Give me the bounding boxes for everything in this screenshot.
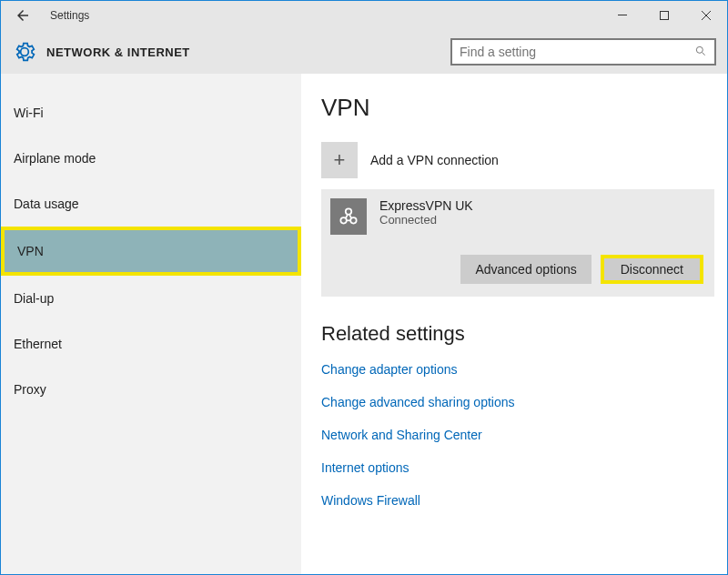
- close-icon: [702, 11, 711, 20]
- svg-point-2: [696, 46, 703, 53]
- sidebar: Wi-Fi Airplane mode Data usage VPN Dial-…: [1, 74, 301, 574]
- titlebar: Settings: [1, 1, 727, 30]
- sidebar-item-label: Wi-Fi: [14, 106, 44, 120]
- search-container: [450, 38, 716, 66]
- sidebar-item-airplane-mode[interactable]: Airplane mode: [1, 136, 301, 181]
- add-vpn-connection[interactable]: + Add a VPN connection: [321, 142, 714, 178]
- svg-line-8: [349, 215, 351, 218]
- vpn-info: ExpressVPN UK Connected: [379, 198, 473, 227]
- minimize-button[interactable]: [602, 1, 643, 30]
- link-network-sharing-center[interactable]: Network and Sharing Center: [321, 428, 714, 442]
- window-title: Settings: [45, 9, 602, 22]
- page-title: VPN: [321, 94, 714, 122]
- vpn-status: Connected: [379, 213, 473, 227]
- svg-line-3: [703, 52, 705, 55]
- window-controls: [602, 1, 727, 30]
- back-button[interactable]: [1, 1, 45, 30]
- svg-point-6: [346, 208, 352, 215]
- link-internet-options[interactable]: Internet options: [321, 460, 714, 475]
- vpn-name: ExpressVPN UK: [379, 198, 473, 213]
- gear-icon: [12, 39, 37, 65]
- add-vpn-label: Add a VPN connection: [370, 153, 499, 167]
- sidebar-item-label: Airplane mode: [14, 151, 96, 166]
- sidebar-item-label: VPN: [17, 244, 44, 258]
- vpn-connection-card[interactable]: ExpressVPN UK Connected Advanced options…: [321, 189, 714, 297]
- search-input[interactable]: [460, 45, 694, 59]
- vpn-icon: [330, 198, 367, 235]
- body: Wi-Fi Airplane mode Data usage VPN Dial-…: [1, 74, 727, 574]
- sidebar-item-label: Ethernet: [14, 337, 62, 351]
- link-change-advanced-sharing[interactable]: Change advanced sharing options: [321, 395, 714, 409]
- vpn-actions: Advanced options Disconnect: [330, 255, 703, 284]
- vpn-connection-row: ExpressVPN UK Connected: [330, 198, 703, 235]
- svg-rect-1: [661, 11, 669, 19]
- header: NETWORK & INTERNET: [1, 30, 727, 74]
- content: VPN + Add a VPN connection ExpressVPN UK…: [301, 74, 727, 574]
- search-box[interactable]: [450, 38, 716, 66]
- related-settings-heading: Related settings: [321, 322, 714, 346]
- link-change-adapter-options[interactable]: Change adapter options: [321, 362, 714, 377]
- minimize-icon: [618, 11, 627, 20]
- sidebar-item-dial-up[interactable]: Dial-up: [1, 276, 301, 321]
- maximize-icon: [660, 11, 669, 20]
- sidebar-item-label: Data usage: [14, 197, 79, 211]
- search-icon: [694, 45, 707, 60]
- advanced-options-button[interactable]: Advanced options: [460, 255, 591, 284]
- sidebar-item-data-usage[interactable]: Data usage: [1, 181, 301, 227]
- section-title: NETWORK & INTERNET: [46, 45, 190, 59]
- sidebar-item-wifi[interactable]: Wi-Fi: [1, 90, 301, 136]
- sidebar-item-proxy[interactable]: Proxy: [1, 367, 301, 412]
- sidebar-item-label: Proxy: [14, 382, 46, 397]
- settings-window: Settings NETWORK & INTERNET: [0, 0, 728, 575]
- arrow-left-icon: [15, 7, 31, 24]
- disconnect-button[interactable]: Disconnect: [601, 255, 703, 284]
- maximize-button[interactable]: [643, 1, 685, 30]
- svg-rect-0: [618, 15, 627, 15]
- link-windows-firewall[interactable]: Windows Firewall: [321, 493, 714, 508]
- sidebar-item-vpn[interactable]: VPN: [1, 227, 301, 276]
- close-button[interactable]: [685, 1, 727, 30]
- plus-icon: +: [321, 142, 358, 178]
- svg-line-7: [346, 215, 348, 218]
- sidebar-item-label: Dial-up: [14, 291, 54, 306]
- sidebar-item-ethernet[interactable]: Ethernet: [1, 321, 301, 367]
